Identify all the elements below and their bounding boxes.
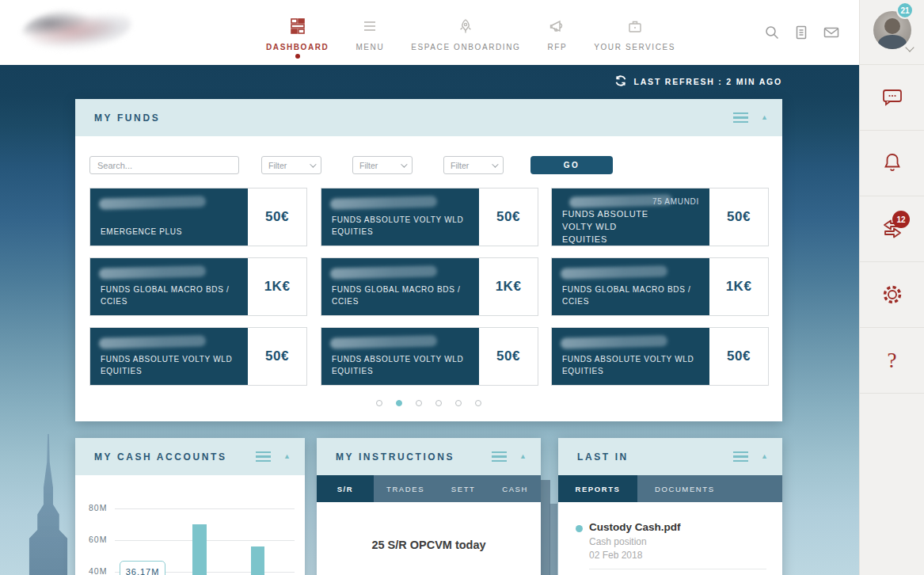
sidebar-item-messages[interactable] xyxy=(860,65,924,131)
collapse-triangle-icon[interactable]: ▲ xyxy=(761,114,768,121)
tab-reports[interactable]: REPORTS xyxy=(558,475,637,502)
document-filename[interactable]: Custody Cash.pdf xyxy=(589,521,766,533)
last-in-tabs: REPORTS DOCUMENTS xyxy=(558,475,782,502)
redacted-fund-code xyxy=(330,335,437,349)
fund-amount: 50€ xyxy=(248,188,306,246)
last-refresh-label: LAST REFRESH : 2 MIN AGO xyxy=(634,77,782,86)
panel-title: LAST IN xyxy=(577,451,629,463)
fund-card[interactable]: FUNDS GLOBAL MACRO BDS / CCIES 1K€ xyxy=(551,257,769,316)
carousel-pagination xyxy=(75,400,782,406)
fund-card[interactable]: FUNDS ABSOLUTE VOLTY WLD EQUITIES 50€ xyxy=(321,327,538,386)
sidebar-item-notifications[interactable] xyxy=(860,131,924,196)
avatar-shoulders xyxy=(878,35,907,49)
gridline xyxy=(115,508,295,509)
nav-label: DASHBOARD xyxy=(266,43,329,51)
fund-card[interactable]: 75 AMUNDI FUNDS ABSOLUTE VOLTY WLD EQUIT… xyxy=(551,188,769,246)
collapse-triangle-icon[interactable]: ▲ xyxy=(283,453,291,460)
panel-menu-icon[interactable] xyxy=(492,451,507,463)
carousel-dot[interactable] xyxy=(475,400,481,406)
nav-item-your-services[interactable]: YOUR SERVICES xyxy=(594,13,675,51)
document-list-item[interactable]: Custody Cash.pdf Cash position 02 Feb 20… xyxy=(558,502,782,561)
panel-menu-icon[interactable] xyxy=(733,451,748,463)
y-tick: 80M xyxy=(89,503,107,512)
chart-tooltip: 36.17M xyxy=(120,561,165,575)
last-refresh[interactable]: LAST REFRESH : 2 MIN AGO xyxy=(614,74,782,89)
help-icon: ? xyxy=(888,348,897,373)
carousel-dot[interactable] xyxy=(455,400,462,406)
chevron-down-icon[interactable] xyxy=(905,43,914,51)
redacted-fund-code xyxy=(99,265,206,280)
fund-card[interactable]: FUNDS ABSOLUTE VOLTY WLD EQUITIES 50€ xyxy=(89,327,307,386)
empire-state-building-silhouette xyxy=(14,434,82,575)
chart-bar[interactable] xyxy=(251,546,264,575)
document-date: 02 Feb 2018 xyxy=(589,550,766,561)
profile-cell[interactable]: 21 xyxy=(860,0,924,65)
document-icon[interactable] xyxy=(793,25,809,40)
dashboard-grid-icon xyxy=(289,18,306,37)
carousel-dot[interactable] xyxy=(416,400,422,406)
nav-item-dashboard[interactable]: DASHBOARD xyxy=(266,13,329,51)
tab-sr[interactable]: S/R xyxy=(317,475,374,502)
my-instructions-header: MY INSTRUCTIONS ▲ xyxy=(317,438,541,475)
main-nav: DASHBOARD MENU ESPACE ONBOARDING xyxy=(266,0,675,65)
active-nav-dot xyxy=(295,54,300,59)
fund-card-left: FUNDS GLOBAL MACRO BDS / CCIES xyxy=(321,258,479,315)
go-button[interactable]: GO xyxy=(530,156,613,174)
fund-amount: 1K€ xyxy=(709,258,768,315)
filter-select-3[interactable]: Filter xyxy=(443,156,504,174)
top-navigation: DASHBOARD MENU ESPACE ONBOARDING xyxy=(0,0,859,65)
collapse-triangle-icon[interactable]: ▲ xyxy=(761,453,768,460)
rocket-icon xyxy=(457,18,474,37)
nav-label: YOUR SERVICES xyxy=(594,43,675,51)
tab-trades[interactable]: TRADES xyxy=(386,485,424,493)
nav-actions xyxy=(764,0,840,65)
fund-card[interactable]: FUNDS ABSOLUTE VOLTY WLD EQUITIES 50€ xyxy=(321,188,538,246)
carousel-dot-active[interactable] xyxy=(396,400,402,406)
instructions-tabs: S/R TRADES SETT CASH xyxy=(317,475,541,502)
fund-card[interactable]: FUNDS ABSOLUTE VOLTY WLD EQUITIES 50€ xyxy=(551,327,769,386)
fund-name: FUNDS ABSOLUTE VOLTY WLD EQUITIES xyxy=(562,353,699,377)
chart-bar[interactable] xyxy=(192,524,207,575)
fund-name: FUNDS ABSOLUTE VOLTY WLD EQUITIES xyxy=(332,214,469,238)
fund-card[interactable]: EMERGENCE PLUS 50€ xyxy=(89,188,307,246)
nav-item-rfp[interactable]: RFP xyxy=(547,13,567,51)
search-input[interactable] xyxy=(89,156,239,174)
filter-select-2[interactable]: Filter xyxy=(352,156,413,174)
fund-card[interactable]: FUNDS GLOBAL MACRO BDS / CCIES 1K€ xyxy=(321,257,538,316)
carousel-dot[interactable] xyxy=(435,400,442,406)
carousel-dot[interactable] xyxy=(376,400,382,406)
chat-icon xyxy=(879,85,906,110)
briefcase-icon xyxy=(626,18,644,37)
nav-item-espace-onboarding[interactable]: ESPACE ONBOARDING xyxy=(411,13,520,51)
fund-name: FUNDS GLOBAL MACRO BDS / CCIES xyxy=(562,284,699,307)
panel-menu-icon[interactable] xyxy=(733,112,748,124)
my-funds-panel: MY FUNDS ▲ Filter Filter Filter GO EMERG… xyxy=(75,99,782,421)
fund-amount: 1K€ xyxy=(248,258,306,315)
collapse-triangle-icon[interactable]: ▲ xyxy=(519,453,527,460)
avatar-head xyxy=(884,18,900,34)
megaphone-icon xyxy=(549,18,566,37)
document-description: Cash position xyxy=(589,536,766,547)
mail-icon[interactable] xyxy=(823,25,840,40)
redacted-fund-code xyxy=(330,265,437,280)
my-instructions-panel: MY INSTRUCTIONS ▲ S/R TRADES SETT CASH 2… xyxy=(317,438,541,575)
tab-sett[interactable]: SETT xyxy=(451,485,476,493)
tab-documents[interactable]: DOCUMENTS xyxy=(637,475,782,502)
filter-select-1[interactable]: Filter xyxy=(261,156,321,174)
panel-title: MY FUNDS xyxy=(94,112,160,124)
bullet-dot-icon xyxy=(576,525,583,532)
fund-name: FUNDS GLOBAL MACRO BDS / CCIES xyxy=(101,284,238,307)
tab-cash[interactable]: CASH xyxy=(502,485,528,493)
sidebar-item-transfers[interactable]: 12 xyxy=(860,196,924,262)
my-cash-accounts-header: MY CASH ACCOUNTS ▲ xyxy=(75,438,305,475)
sidebar-item-help[interactable]: ? xyxy=(860,328,924,394)
fund-card[interactable]: FUNDS GLOBAL MACRO BDS / CCIES 1K€ xyxy=(89,257,307,316)
search-icon[interactable] xyxy=(764,25,780,40)
sidebar-item-settings[interactable] xyxy=(860,262,924,328)
redacted-fund-code xyxy=(330,196,437,210)
nav-item-menu[interactable]: MENU xyxy=(356,13,384,51)
my-cash-accounts-panel: MY CASH ACCOUNTS ▲ 80M 60M 40M 36.17M xyxy=(75,438,305,575)
chevron-down-icon xyxy=(401,161,407,167)
fund-amount: 50€ xyxy=(709,188,768,246)
panel-menu-icon[interactable] xyxy=(256,451,271,463)
